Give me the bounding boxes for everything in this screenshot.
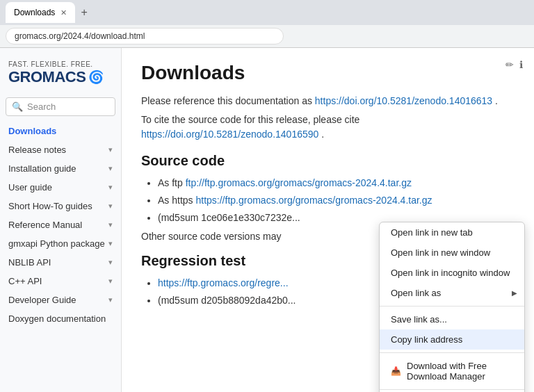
sidebar-item-cppapi[interactable]: C++ API ▾ (0, 272, 121, 291)
chevron-down-icon: ▾ (108, 145, 113, 154)
ctx-open-link-as[interactable]: Open link as ▶ (380, 283, 524, 303)
page-layout: FAST. FLEXIBLE. FREE. GROMACS 🌀 🔍 Search… (0, 48, 534, 392)
ctx-download-fdm[interactable]: 📥 Download with Free Download Manager (380, 356, 524, 386)
logo-tagline: FAST. FLEXIBLE. FREE. (8, 60, 113, 68)
ctx-open-incognito[interactable]: Open link in incognito window (380, 263, 524, 283)
address-bar[interactable]: gromacs.org/2024.4/download.html (6, 28, 284, 44)
main-content: ✏ ℹ Downloads Please reference this docu… (122, 48, 534, 392)
ctx-item-label: Download with Free Download Manager (407, 361, 513, 382)
search-placeholder: Search (27, 101, 56, 112)
sidebar-item-release-notes[interactable]: Release notes ▾ (0, 140, 121, 159)
ctx-save-link-as[interactable]: Save link as... (380, 309, 524, 329)
sidebar-item-reference-manual[interactable]: Reference Manual ▾ (0, 215, 121, 234)
active-tab[interactable]: Downloads ✕ (6, 2, 75, 23)
tab-bar: Downloads ✕ + (6, 2, 90, 23)
browser-chrome: Downloads ✕ + (0, 0, 534, 25)
ctx-separator (380, 352, 524, 353)
sidebar-item-label: Short How-To guides (8, 201, 92, 211)
ctx-item-label: Open link as (391, 288, 441, 298)
chevron-down-icon: ▾ (108, 258, 113, 267)
ctx-copy-link-address[interactable]: Copy link address (380, 329, 524, 350)
tab-label: Downloads (14, 8, 55, 17)
logo-text: GROMACS (8, 68, 86, 86)
ctx-item-label: Open link in incognito window (391, 268, 510, 278)
ctx-item-label: Open link in new window (391, 247, 490, 258)
sidebar-item-label: gmxapi Python package (8, 238, 105, 249)
sidebar-item-gmxapi[interactable]: gmxapi Python package ▾ (0, 234, 121, 253)
ctx-item-label: Copy link address (391, 334, 462, 345)
chevron-right-icon: ▶ (512, 289, 517, 297)
sidebar-nav: Downloads Release notes ▾ Installation g… (0, 122, 121, 328)
sidebar-item-label: NBLIB API (8, 257, 51, 268)
chevron-down-icon: ▾ (108, 277, 113, 286)
sidebar-item-label: Doxygen documentation (8, 313, 106, 324)
download-icon: 📥 (391, 366, 401, 377)
ctx-item-label: Open link in new tab (391, 227, 473, 238)
sidebar-item-label: Reference Manual (8, 220, 82, 230)
search-icon: 🔍 (12, 101, 23, 112)
ctx-item-label: Save link as... (391, 314, 447, 325)
logo-icon: 🌀 (88, 70, 104, 85)
sidebar-item-doxygen[interactable]: Doxygen documentation (0, 309, 121, 328)
chevron-down-icon: ▾ (108, 164, 113, 173)
ctx-separator (380, 306, 524, 307)
sidebar-item-label: C++ API (8, 276, 42, 286)
logo-area: FAST. FLEXIBLE. FREE. GROMACS 🌀 (0, 54, 121, 95)
chevron-down-icon: ▾ (108, 220, 113, 229)
ctx-open-new-window[interactable]: Open link in new window (380, 243, 524, 263)
sidebar-item-user-guide[interactable]: User guide ▾ (0, 178, 121, 197)
tab-close-button[interactable]: ✕ (60, 8, 67, 17)
sidebar-item-label: Downloads (8, 126, 56, 136)
sidebar-item-short-howto[interactable]: Short How-To guides ▾ (0, 197, 121, 215)
chevron-down-icon: ▾ (108, 183, 113, 192)
new-tab-button[interactable]: + (78, 3, 90, 22)
ctx-open-new-tab[interactable]: Open link in new tab (380, 222, 524, 243)
sidebar: FAST. FLEXIBLE. FREE. GROMACS 🌀 🔍 Search… (0, 48, 122, 392)
sidebar-item-developer-guide[interactable]: Developer Guide ▾ (0, 291, 121, 309)
sidebar-item-label: User guide (8, 182, 52, 193)
sidebar-item-downloads[interactable]: Downloads (0, 122, 121, 140)
sidebar-item-label: Installation guide (8, 163, 76, 174)
ctx-separator (380, 389, 524, 390)
context-menu-overlay: Open link in new tab Open link in new wi… (122, 48, 534, 392)
sidebar-item-nblib[interactable]: NBLIB API ▾ (0, 253, 121, 272)
sidebar-item-label: Release notes (8, 145, 66, 155)
address-bar-row: gromacs.org/2024.4/download.html (0, 25, 534, 48)
chevron-down-icon: ▾ (108, 295, 113, 304)
logo-brand: GROMACS 🌀 (8, 68, 113, 86)
search-box[interactable]: 🔍 Search (6, 97, 115, 116)
context-menu: Open link in new tab Open link in new wi… (379, 222, 525, 392)
sidebar-item-label: Developer Guide (8, 295, 76, 305)
chevron-down-icon: ▾ (108, 202, 113, 211)
sidebar-item-installation-guide[interactable]: Installation guide ▾ (0, 159, 121, 178)
chevron-down-icon: ▾ (108, 239, 113, 248)
